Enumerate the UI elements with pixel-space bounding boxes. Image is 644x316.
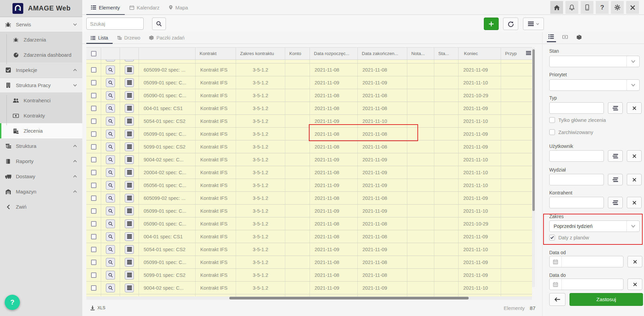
main-orders-checkbox[interactable]: Tylko główne zlecenia: [549, 117, 606, 123]
tab-drzewo[interactable]: Drzewo: [113, 32, 145, 44]
data-od-clear-button[interactable]: [627, 256, 642, 267]
sidebar-item-dostawy[interactable]: Dostawy: [0, 169, 82, 184]
row-detail-button[interactable]: [106, 245, 115, 254]
row-menu-button[interactable]: [125, 219, 134, 228]
row-menu-button[interactable]: [125, 65, 134, 74]
sidebar-item-serwis[interactable]: Serwis: [0, 17, 82, 32]
row-checkbox[interactable]: [91, 119, 96, 124]
row-checkbox[interactable]: [91, 247, 96, 252]
plan-dates-checkbox[interactable]: Daty z planów: [549, 235, 589, 240]
column-header-konto[interactable]: Konto: [285, 48, 310, 59]
uzytkownik-input[interactable]: [549, 150, 604, 162]
row-menu-button[interactable]: [125, 194, 134, 203]
row-detail-button[interactable]: [106, 130, 115, 138]
row-detail-button[interactable]: [106, 117, 115, 126]
row-detail-button[interactable]: [106, 78, 115, 87]
sidebar-item-magazyn[interactable]: Magazyn: [0, 184, 82, 199]
row-menu-button[interactable]: [125, 258, 134, 267]
column-settings-icon[interactable]: [526, 51, 531, 55]
row-menu-button[interactable]: [125, 60, 134, 61]
data-od-input[interactable]: [549, 256, 623, 267]
row-menu-button[interactable]: [125, 207, 134, 215]
filter-tab-list[interactable]: [548, 34, 554, 39]
typ-input[interactable]: [549, 102, 604, 114]
row-menu-button[interactable]: [125, 284, 134, 292]
kontrahent-pick-button[interactable]: [608, 197, 623, 208]
uzytkownik-pick-button[interactable]: [608, 150, 623, 162]
data-do-input[interactable]: [549, 279, 623, 290]
row-menu-button[interactable]: [125, 117, 134, 126]
toolbar-menu-button[interactable]: [523, 18, 544, 30]
wydzial-pick-button[interactable]: [608, 174, 623, 185]
sidebar-item-struktura-pracy[interactable]: Struktura Pracy: [0, 78, 82, 93]
row-detail-button[interactable]: [106, 284, 115, 292]
kontrahent-input[interactable]: [549, 197, 604, 208]
typ-pick-button[interactable]: [608, 102, 623, 114]
sidebar-collapse-button[interactable]: Zwiń: [0, 199, 82, 214]
row-menu-button[interactable]: [125, 91, 134, 100]
filter-tab-packages[interactable]: [577, 35, 582, 40]
refresh-button[interactable]: [503, 18, 518, 30]
row-detail-button[interactable]: [106, 168, 115, 177]
row-checkbox[interactable]: [91, 285, 96, 291]
typ-clear-button[interactable]: [627, 102, 642, 114]
row-detail-button[interactable]: [106, 207, 115, 215]
row-detail-button[interactable]: [106, 219, 115, 228]
export-xls-button[interactable]: XLS: [90, 306, 106, 310]
row-detail-button[interactable]: [106, 194, 115, 203]
row-menu-button[interactable]: [125, 104, 134, 113]
row-menu-button[interactable]: [125, 142, 134, 151]
tab-lista[interactable]: Lista: [86, 32, 113, 44]
row-menu-button[interactable]: [125, 271, 134, 280]
select-all-checkbox[interactable]: [91, 51, 96, 56]
row-detail-button[interactable]: [106, 258, 115, 267]
back-button[interactable]: [549, 293, 565, 306]
vertical-scrollbar-thumb[interactable]: [532, 49, 535, 211]
priorytet-select[interactable]: [549, 79, 640, 91]
column-header-name[interactable]: [139, 48, 196, 59]
stan-select[interactable]: [549, 56, 640, 67]
data-do-clear-button[interactable]: [627, 279, 642, 290]
wydzial-clear-button[interactable]: [627, 174, 642, 185]
row-checkbox[interactable]: [91, 93, 96, 98]
sidebar-item-struktura[interactable]: Struktura: [0, 138, 82, 154]
column-header-zakres[interactable]: Zakres kontraktu: [236, 48, 285, 59]
sidebar-item-kontrahenci[interactable]: Kontrahenci: [0, 93, 82, 108]
row-menu-button[interactable]: [125, 78, 134, 87]
row-checkbox[interactable]: [91, 221, 96, 227]
help-topbar-button[interactable]: ?: [596, 1, 609, 14]
row-checkbox[interactable]: [91, 272, 96, 278]
vertical-scrollbar[interactable]: [532, 47, 535, 287]
add-button[interactable]: [484, 18, 499, 30]
row-menu-button[interactable]: [125, 181, 134, 190]
column-header-notatki[interactable]: Nota...: [407, 48, 434, 59]
horizontal-scrollbar[interactable]: [86, 296, 532, 300]
row-menu-button[interactable]: [125, 168, 134, 177]
notifications-button[interactable]: [565, 1, 578, 14]
row-checkbox[interactable]: [91, 80, 96, 85]
row-checkbox[interactable]: [91, 106, 96, 111]
archived-checkbox[interactable]: Zarchiwizowany: [549, 129, 593, 135]
row-detail-button[interactable]: [106, 91, 115, 100]
horizontal-scrollbar-thumb[interactable]: [229, 297, 469, 299]
row-detail-button[interactable]: [106, 104, 115, 113]
help-button[interactable]: ?: [5, 295, 20, 310]
zakres-select[interactable]: Poprzedni tydzień: [549, 220, 640, 232]
column-header-data-zakonczenia[interactable]: Data zakończen...: [358, 48, 407, 59]
row-checkbox[interactable]: [91, 195, 96, 201]
column-header-koniec[interactable]: Koniec: [459, 48, 501, 59]
tab-paczki-zadan[interactable]: Paczki zadań: [145, 32, 189, 44]
sidebar-item-zdarzenia-dashboard[interactable]: Zdarzenia dashboard: [0, 47, 82, 62]
kontrahent-clear-button[interactable]: [627, 197, 642, 208]
row-menu-button[interactable]: [125, 245, 134, 254]
sidebar-item-raporty[interactable]: Raporty: [0, 154, 82, 169]
row-detail-button[interactable]: [106, 60, 115, 61]
filter-tab-contracts[interactable]: [562, 35, 568, 39]
sidebar-item-zdarzenia[interactable]: Zdarzenia: [0, 32, 82, 47]
tab-elementy[interactable]: Elementy: [86, 0, 125, 15]
row-checkbox[interactable]: [91, 144, 96, 150]
search-button[interactable]: [152, 18, 166, 30]
row-checkbox[interactable]: [91, 131, 96, 137]
home-button[interactable]: [550, 1, 563, 14]
tab-mapa[interactable]: Mapa: [164, 0, 193, 15]
